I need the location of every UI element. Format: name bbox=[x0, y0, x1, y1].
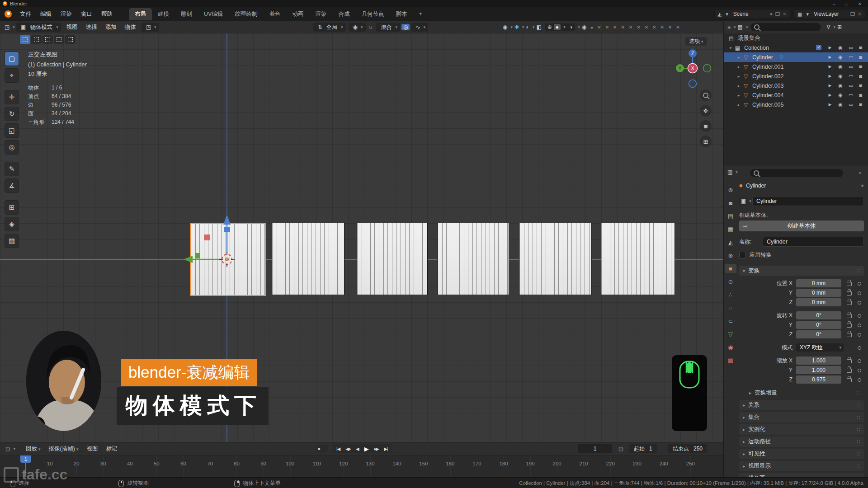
animate-dot-icon[interactable] bbox=[858, 301, 861, 305]
disable-viewport-icon[interactable]: ▭ bbox=[849, 83, 853, 89]
tab-几何节点[interactable]: 几何节点 bbox=[355, 8, 390, 20]
lock-icon[interactable] bbox=[847, 369, 852, 373]
disable-viewport-icon[interactable]: ▭ bbox=[849, 54, 853, 60]
outliner-object-Cylinder[interactable]: ▸▽Cylinder▽►◉▭◙ bbox=[724, 52, 868, 62]
pin-icon[interactable]: ⌖ bbox=[769, 11, 774, 17]
cylinder-object-3[interactable] bbox=[437, 223, 509, 295]
lock-icon[interactable] bbox=[847, 333, 852, 337]
display-mode-icon[interactable]: ▤ bbox=[736, 24, 745, 30]
selectable-icon[interactable]: ► bbox=[827, 45, 832, 51]
shading-material-icon[interactable]: ◔ bbox=[561, 24, 567, 30]
outliner-object-Cylinder.001[interactable]: ▸▽Cylinder.001►◉▭◙ bbox=[724, 62, 868, 71]
blender-menu-icon[interactable] bbox=[5, 10, 12, 18]
tab-动画[interactable]: 动画 bbox=[286, 8, 309, 20]
disable-viewport-icon[interactable]: ▭ bbox=[849, 64, 853, 70]
viewport-menu-视图[interactable]: 视图 bbox=[62, 23, 82, 31]
name-field[interactable]: Cylinder bbox=[763, 237, 864, 247]
current-frame-field[interactable]: 1 bbox=[578, 444, 612, 453]
selectable-icon[interactable]: ► bbox=[827, 64, 832, 70]
timeline-menu-视图[interactable]: 视图 bbox=[82, 445, 102, 453]
disable-render-icon[interactable]: ◙ bbox=[859, 64, 862, 70]
move-gizmo[interactable] bbox=[176, 212, 240, 268]
timeline-menu-回放[interactable]: 回放▾ bbox=[22, 445, 45, 453]
menu-文件[interactable]: 文件 bbox=[15, 9, 36, 20]
navigation-axis-gizmo[interactable]: Z Y X bbox=[675, 47, 712, 90]
outliner-object-Cylinder.002[interactable]: ▸▽Cylinder.002►◉▭◙ bbox=[724, 71, 868, 81]
shading-solid-icon[interactable]: ● bbox=[554, 24, 561, 30]
annotate-tool[interactable]: ✎ bbox=[5, 162, 19, 176]
scale-tool[interactable]: ◱ bbox=[5, 123, 19, 138]
transform-value-field[interactable]: 0 mm bbox=[796, 289, 841, 297]
new-collection-icon[interactable]: ⊞ bbox=[835, 24, 844, 30]
move-tool[interactable]: ✛ bbox=[5, 90, 19, 104]
panel-集合[interactable]: ▸集合∷ bbox=[739, 412, 864, 422]
close-button[interactable]: ✕ bbox=[858, 1, 862, 6]
pin-icon[interactable]: ⌖ bbox=[861, 183, 864, 189]
collection-checkbox[interactable]: ✓ bbox=[816, 45, 821, 50]
cylinder-object-1[interactable] bbox=[272, 223, 344, 295]
tab-UV编辑[interactable]: UV编辑 bbox=[198, 8, 229, 20]
panel-可见性[interactable]: ▸可见性∷ bbox=[739, 449, 864, 459]
object-data-icon[interactable]: ▣ bbox=[739, 197, 748, 206]
delete-layer-icon[interactable]: ✕ bbox=[856, 11, 863, 17]
select-mode-2[interactable] bbox=[42, 35, 53, 44]
menu-帮助[interactable]: 帮助 bbox=[97, 9, 117, 20]
panel-实例化[interactable]: ▸实例化∷ bbox=[739, 424, 864, 435]
visibility-dropdown-icon[interactable]: ◉ bbox=[501, 24, 509, 30]
menu-编辑[interactable]: 编辑 bbox=[36, 9, 56, 20]
tab-constraints[interactable]: ⊂ bbox=[725, 316, 736, 325]
cylinder-object-5[interactable] bbox=[601, 223, 675, 295]
snap-magnet-icon[interactable]: ∪ bbox=[367, 24, 375, 30]
transform-value-field[interactable]: 0° bbox=[796, 311, 841, 319]
disable-viewport-icon[interactable]: ▭ bbox=[849, 73, 853, 79]
disable-render-icon[interactable]: ◙ bbox=[859, 73, 862, 79]
timeline-menu-标记[interactable]: 标记 bbox=[102, 445, 121, 453]
next-keyframe-button[interactable]: ♦▶ bbox=[371, 446, 382, 451]
timeline-ruler[interactable]: 1 10203040506070809010011012013014015016… bbox=[0, 455, 723, 478]
tab-material[interactable]: ◉ bbox=[725, 343, 736, 352]
tab-output[interactable]: ▤ bbox=[725, 211, 736, 221]
jump-to-end-button[interactable]: ▶| bbox=[382, 446, 391, 451]
playhead-frame-badge[interactable]: 1 bbox=[20, 455, 31, 463]
play-button[interactable]: ▶ bbox=[362, 446, 371, 452]
pivot-point-selector[interactable]: ◉ ▾ bbox=[349, 23, 366, 32]
select-mode-3[interactable] bbox=[54, 35, 64, 44]
lock-icon[interactable] bbox=[847, 324, 852, 328]
tab-particles[interactable]: ∴ bbox=[725, 290, 736, 299]
zoom-icon[interactable] bbox=[700, 89, 712, 101]
tab-着色[interactable]: 着色 bbox=[263, 8, 286, 20]
tab-physics[interactable]: ◌ bbox=[725, 303, 736, 312]
tab-纹理绘制[interactable]: 纹理绘制 bbox=[229, 8, 263, 20]
add-workspace-button[interactable]: + bbox=[413, 9, 428, 19]
rotate-tool[interactable]: ↻ bbox=[5, 107, 19, 121]
tab-texture[interactable]: ▩ bbox=[725, 356, 736, 365]
extra-tool-2[interactable]: ▦ bbox=[5, 234, 19, 248]
transform-value-field[interactable]: 0 mm bbox=[796, 298, 841, 306]
outliner-collection[interactable]: ▾▤Collection✓►◉▭◙ bbox=[724, 43, 868, 52]
outliner-editor-icon[interactable]: ≡ bbox=[726, 24, 732, 30]
tab-modifiers[interactable]: ⊙ bbox=[725, 277, 736, 286]
transform-value-field[interactable]: XYZ 欧拉▾ bbox=[796, 343, 844, 352]
tab-雕刻[interactable]: 雕刻 bbox=[175, 8, 198, 20]
select-mode-0[interactable] bbox=[20, 35, 30, 44]
transform-value-field[interactable]: 0° bbox=[796, 321, 841, 329]
panel-变换增量[interactable]: ▸变换增量∷ bbox=[745, 388, 864, 398]
select-box-tool[interactable]: ▢ bbox=[5, 52, 19, 66]
camera-view-icon[interactable]: ◙ bbox=[700, 120, 712, 132]
outliner-object-Cylinder.003[interactable]: ▸▽Cylinder.003►◉▭◙ bbox=[724, 81, 868, 90]
disable-render-icon[interactable]: ◙ bbox=[859, 54, 862, 60]
cylinder-object-4[interactable] bbox=[519, 223, 592, 295]
mode-selector[interactable]: ▣ 物体模式 ▾ bbox=[16, 23, 61, 32]
animate-dot-icon[interactable] bbox=[858, 333, 861, 337]
shading-rendered-icon[interactable]: ◑ bbox=[567, 24, 574, 30]
animate-dot-icon[interactable] bbox=[858, 282, 861, 286]
timeline-menu-抠像(插帧)[interactable]: 抠像(插帧)▾ bbox=[45, 445, 83, 453]
disable-viewport-icon[interactable]: ▭ bbox=[849, 45, 853, 51]
selectable-icon[interactable]: ► bbox=[827, 73, 832, 79]
lock-icon[interactable] bbox=[847, 359, 852, 363]
grip-icon[interactable]: ∷ bbox=[857, 267, 860, 274]
tab-tool[interactable]: ⊚ bbox=[725, 185, 736, 194]
hide-viewport-icon[interactable]: ◉ bbox=[838, 102, 843, 108]
measure-tool[interactable]: ∡ bbox=[5, 178, 19, 193]
editor-type-icon[interactable]: ◳ bbox=[3, 24, 11, 30]
